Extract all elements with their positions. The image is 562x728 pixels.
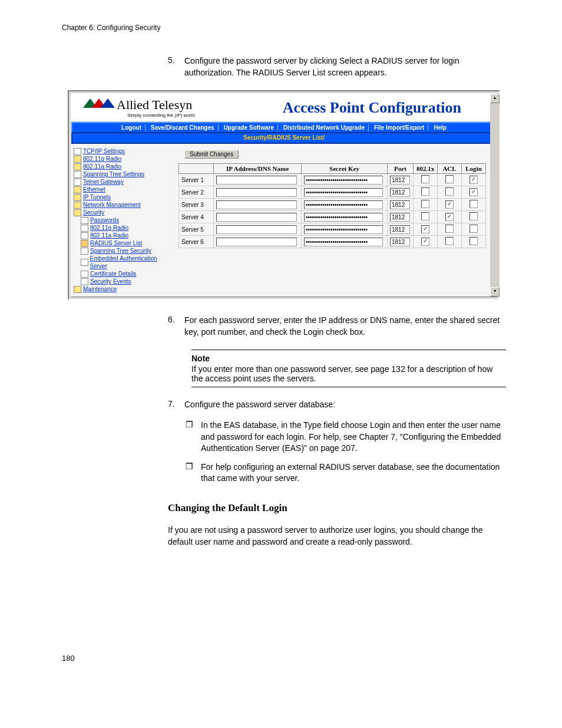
- scrollbar[interactable]: ▲ ▼: [490, 94, 500, 297]
- sidebar-link[interactable]: 802.11g Radio: [83, 155, 121, 163]
- checkbox[interactable]: ✓: [470, 176, 478, 184]
- secret-input[interactable]: [304, 176, 383, 185]
- sidebar-item[interactable]: IP Tunnels: [74, 193, 173, 201]
- acl-cell: ✓: [438, 199, 462, 211]
- sidebar-item[interactable]: 802.11g Radio: [74, 224, 173, 232]
- ip-input[interactable]: [216, 213, 297, 222]
- sidebar-link[interactable]: 802.11a Radio: [90, 232, 128, 239]
- bullet-text: For help configuring an external RADIUS …: [201, 462, 506, 485]
- sidebar-item[interactable]: Security: [74, 209, 173, 216]
- 8021x-cell: ✓: [414, 236, 438, 248]
- login-cell: [462, 211, 486, 223]
- chapter-header: Chapter 6: Configuring Security: [62, 24, 506, 32]
- secret-input[interactable]: [304, 238, 383, 246]
- menu-distributed-upgrade[interactable]: Distributed Network Upgrade: [280, 124, 369, 131]
- checkbox[interactable]: [445, 225, 454, 233]
- ip-input[interactable]: [216, 238, 297, 246]
- bullet-text: In the EAS database, in the Type field c…: [201, 420, 506, 454]
- sidebar-item[interactable]: Spanning Tree Settings: [74, 170, 173, 178]
- menu-save-discard[interactable]: Save/Discard Changes: [147, 124, 219, 131]
- scroll-up-button[interactable]: ▲: [490, 94, 500, 103]
- sidebar-link[interactable]: Maintenance: [83, 285, 117, 293]
- checkbox[interactable]: [445, 237, 454, 245]
- ip-input[interactable]: [216, 200, 297, 209]
- sidebar-link[interactable]: Security Events: [90, 278, 131, 285]
- checkbox[interactable]: ✓: [421, 225, 429, 233]
- sidebar-item[interactable]: RADIUS Server List: [74, 239, 173, 247]
- ip-input[interactable]: [216, 176, 297, 185]
- secret-input[interactable]: [304, 213, 383, 222]
- table-row: Server 6✓: [179, 236, 486, 248]
- sidebar-link[interactable]: Certificate Details: [90, 270, 136, 278]
- port-input[interactable]: [390, 238, 410, 246]
- scroll-down-button[interactable]: ▼: [490, 287, 500, 297]
- sidebar-link[interactable]: 802.11g Radio: [90, 224, 128, 232]
- sidebar-link[interactable]: Security: [83, 209, 104, 216]
- menu-logout[interactable]: Logout: [118, 124, 146, 131]
- section-heading: Changing the Default Login: [168, 502, 506, 514]
- menu-upgrade-software[interactable]: Upgrade Software: [220, 124, 278, 131]
- checkbox[interactable]: [470, 212, 478, 220]
- checkbox[interactable]: [470, 237, 478, 245]
- sidebar-link[interactable]: Ethernet: [83, 186, 105, 193]
- port-input[interactable]: [390, 176, 410, 185]
- server-label: Server 3: [179, 199, 214, 211]
- sidebar-item[interactable]: 802.11a Radio: [74, 163, 173, 170]
- checkbox[interactable]: [470, 200, 478, 208]
- acl-cell: [438, 174, 462, 186]
- sidebar-item[interactable]: Security Events: [74, 278, 173, 285]
- secret-input[interactable]: [304, 188, 383, 197]
- checkbox[interactable]: ✓: [470, 188, 478, 196]
- column-header: Secret Key: [302, 164, 388, 174]
- port-input[interactable]: [390, 213, 410, 222]
- menu-help[interactable]: Help: [430, 124, 450, 131]
- sidebar-link[interactable]: Embedded Authentication Server: [90, 255, 173, 270]
- sidebar-link[interactable]: Network Management: [83, 201, 141, 209]
- ip-input[interactable]: [216, 188, 297, 197]
- menu-file-import-export[interactable]: File Import/Export: [371, 124, 429, 131]
- checkbox[interactable]: [421, 175, 429, 183]
- ip-cell: [214, 199, 302, 211]
- checkbox[interactable]: [421, 200, 429, 208]
- sidebar-item[interactable]: 802.11g Radio: [74, 155, 173, 163]
- login-cell: ✓: [462, 186, 486, 199]
- submit-changes-button[interactable]: Submit Changes: [184, 150, 239, 159]
- server-label: Server 4: [179, 211, 214, 223]
- secret-input[interactable]: [304, 200, 383, 209]
- sidebar-item[interactable]: TCP/IP Settings: [74, 147, 173, 155]
- sidebar-item[interactable]: Embedded Authentication Server: [74, 255, 173, 270]
- checkbox[interactable]: ✓: [445, 200, 454, 209]
- checkbox[interactable]: ✓: [445, 213, 454, 221]
- checkbox[interactable]: [445, 175, 454, 183]
- checkbox[interactable]: ✓: [421, 238, 429, 246]
- page-icon: [81, 271, 88, 278]
- sidebar-link[interactable]: IP Tunnels: [83, 193, 111, 201]
- checkbox[interactable]: [421, 212, 429, 220]
- sidebar-link[interactable]: TCP/IP Settings: [83, 147, 125, 155]
- sidebar-link[interactable]: Spanning Tree Security: [90, 247, 151, 255]
- paragraph: If you are not using a password server t…: [168, 525, 506, 548]
- sidebar-link[interactable]: 802.11a Radio: [83, 163, 121, 170]
- sidebar-link[interactable]: Telnet Gateway: [83, 178, 124, 186]
- port-input[interactable]: [390, 200, 410, 209]
- sidebar-link[interactable]: Passwords: [90, 216, 119, 224]
- checkbox[interactable]: [445, 187, 454, 196]
- sidebar-link[interactable]: Spanning Tree Settings: [83, 170, 144, 178]
- sidebar-item[interactable]: Maintenance: [74, 285, 173, 293]
- checkbox[interactable]: [421, 187, 429, 196]
- sidebar-item[interactable]: Network Management: [74, 201, 173, 209]
- sidebar-item[interactable]: Certificate Details: [74, 270, 173, 278]
- table-row: Server 3✓: [179, 199, 486, 211]
- port-input[interactable]: [390, 225, 410, 234]
- sidebar-item[interactable]: 802.11a Radio: [74, 232, 173, 239]
- sidebar-item[interactable]: Passwords: [74, 216, 173, 224]
- note-block: Note If you enter more than one password…: [191, 350, 506, 387]
- sidebar-link[interactable]: RADIUS Server List: [90, 239, 142, 247]
- checkbox[interactable]: [470, 225, 478, 233]
- sidebar-item[interactable]: Telnet Gateway: [74, 178, 173, 186]
- sidebar-item[interactable]: Ethernet: [74, 186, 173, 193]
- ip-input[interactable]: [216, 225, 297, 234]
- secret-input[interactable]: [304, 225, 383, 234]
- port-input[interactable]: [390, 188, 410, 197]
- sidebar-item[interactable]: Spanning Tree Security: [74, 247, 173, 255]
